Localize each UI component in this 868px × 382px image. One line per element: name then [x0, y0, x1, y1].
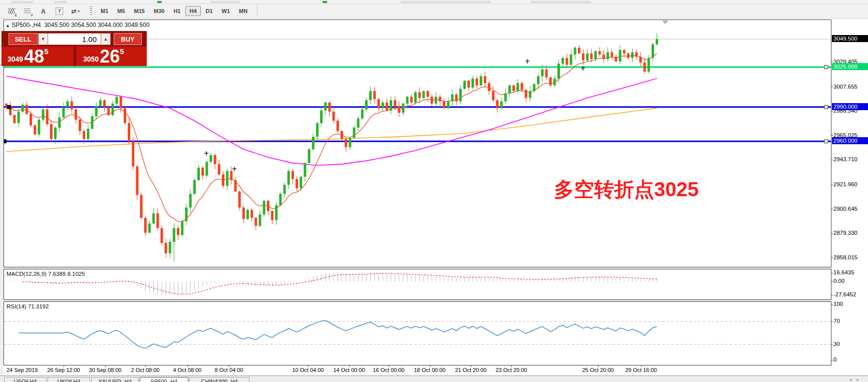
- price-tick-label: 2858.015: [833, 254, 857, 260]
- macd-tick-label: 16.6435: [833, 269, 854, 275]
- date-label: 16 Oct 00:00: [373, 367, 405, 373]
- text-box-icon[interactable]: T: [52, 5, 67, 18]
- drawing-tools-group: EFAT⇄▾: [3, 5, 83, 18]
- toolbar-fragment: [531, 1, 591, 3]
- macd-label: MACD(12,26,9) 7.6389 8.1025: [7, 271, 85, 277]
- toolbar-fragment-green: [157, 1, 162, 3]
- text-label-icon[interactable]: A: [36, 5, 51, 18]
- rsi-tick: [831, 344, 833, 344]
- grid-icon[interactable]: F: [20, 5, 35, 18]
- volume-input[interactable]: [48, 33, 101, 45]
- chart-symbol-header: ▴SP500-,H4 3045.500 3054.500 3044.000 30…: [7, 22, 150, 29]
- rsi-label: RSI(14) 71.3192: [7, 303, 49, 309]
- chart-annotation-text: 多空转折点3025: [554, 176, 699, 203]
- date-axis: 24 Sep 201926 Sep 12:0030 Sep 08:002 Oct…: [4, 365, 831, 374]
- volume-increase-button[interactable]: ▲: [101, 33, 111, 45]
- symbol-tab-strip: ◂ ▸ USOil,H4UKOil,H4XAUUSD-,H4SP500-,H4C…: [0, 375, 868, 382]
- price-tick: [831, 111, 833, 112]
- timeframe-h4[interactable]: H4: [185, 6, 200, 16]
- price-tick: [831, 160, 833, 160]
- price-tick-label: 2900.645: [833, 206, 857, 212]
- symbol-tab-ukoil-h4[interactable]: UKOil,H4: [48, 377, 90, 382]
- price-tick: [831, 62, 833, 62]
- volume-decrease-button[interactable]: ▼: [38, 33, 48, 45]
- toolbar: EFAT⇄▾ M1M5M15M30H1H4D1W1MN: [0, 4, 868, 19]
- tab-scroll-arrows[interactable]: ◂ ▸: [849, 377, 861, 382]
- timeframe-m5[interactable]: M5: [113, 6, 129, 16]
- ask-prefix: 3050: [83, 55, 99, 63]
- timeframe-m1[interactable]: M1: [97, 6, 112, 16]
- cursor-arrows-icon[interactable]: ⇄▾: [68, 5, 83, 18]
- timeframe-m15[interactable]: M15: [130, 6, 149, 16]
- macd-panel[interactable]: [4, 269, 831, 300]
- draw-hatch-icon[interactable]: E: [4, 5, 19, 18]
- timeframe-mn[interactable]: MN: [235, 6, 251, 16]
- date-label: 8 Oct 04:00: [215, 367, 243, 373]
- rsi-panel[interactable]: [4, 301, 831, 365]
- price-tick: [831, 233, 833, 234]
- rsi-tick-label: 100: [833, 301, 843, 307]
- clipped-toolbar-row: [0, 0, 868, 4]
- date-label: 2 Oct 08:00: [131, 367, 160, 373]
- date-label: 30 Sep 08:00: [89, 367, 121, 373]
- date-label: 29 Oct 16:00: [626, 367, 657, 373]
- price-tick: [831, 135, 833, 136]
- date-label: 21 Oct 20:00: [455, 367, 487, 373]
- price-tick-label: 2921.960: [833, 181, 857, 187]
- timeframe-d1[interactable]: D1: [202, 6, 217, 16]
- date-label: 10 Oct 04:00: [293, 367, 324, 373]
- date-label: 23 Oct 20:00: [496, 367, 527, 373]
- symbol-tab-china300-h4[interactable]: CHINA300-,H4: [189, 377, 249, 382]
- toolbar-fragment: [210, 1, 240, 3]
- buy-button[interactable]: BUY: [114, 33, 142, 45]
- price-tick-label: 3007.655: [833, 84, 857, 90]
- left-gutter: [0, 19, 4, 375]
- date-label: 18 Oct 00:00: [414, 367, 446, 373]
- hline-price-badge: 3025.000: [832, 63, 868, 70]
- date-label: 25 Oct 20:00: [583, 367, 614, 373]
- timeframe-h1[interactable]: H1: [169, 6, 184, 16]
- macd-tick: [831, 281, 833, 282]
- macd-tick-label: -27.6452: [833, 291, 856, 297]
- bid-main: 48: [24, 49, 44, 65]
- ask-price-button[interactable]: 3050 26 5: [76, 47, 147, 66]
- rsi-tick-label: 70: [833, 318, 840, 324]
- rsi-tick-label: 30: [833, 341, 840, 347]
- symbol-tab-sp500-h4[interactable]: SP500-,H4: [140, 377, 188, 382]
- ask-main: 26: [100, 49, 120, 65]
- date-label: 4 Oct 08:00: [173, 367, 202, 373]
- sell-button[interactable]: SELL: [9, 33, 38, 45]
- timeframe-m30[interactable]: M30: [150, 6, 168, 16]
- macd-tick: [831, 273, 833, 273]
- one-click-trading-widget: SELL ▼ ▲ BUY 3049 48 5 3050 26 5: [2, 31, 147, 66]
- toolbar-separator: [257, 6, 257, 17]
- toolbar-fragment: [54, 1, 67, 3]
- price-tick: [831, 209, 833, 209]
- toolbar-drag-handle[interactable]: [90, 6, 92, 16]
- mt4-terminal-window: EFAT⇄▾ M1M5M15M30H1H4D1W1MN ▴SP500-,H4 3…: [0, 0, 868, 382]
- hline-price-badge: 2990.000: [832, 103, 868, 110]
- price-tick-label: 2943.710: [833, 156, 857, 162]
- ask-pip: 5: [120, 47, 124, 56]
- bid-pip: 5: [44, 47, 48, 56]
- date-label: 26 Sep 12:00: [47, 367, 80, 373]
- bid-prefix: 3049: [8, 55, 23, 63]
- toolbar-fragment: [401, 1, 491, 3]
- symbol-tab-xauusd-h4[interactable]: XAUUSD-,H4: [91, 377, 139, 382]
- timeframe-w1[interactable]: W1: [218, 6, 234, 16]
- price-tick: [831, 87, 833, 87]
- rsi-tick-label: 0: [833, 356, 836, 362]
- macd-tick-label: 0.00: [833, 278, 844, 284]
- toolbar-fragment: [11, 1, 33, 3]
- symbol-label: SP500-,H4: [12, 22, 41, 29]
- collapse-arrow-icon[interactable]: ▴: [7, 23, 9, 28]
- toolbar-fragment-green: [323, 1, 327, 3]
- rsi-tick: [831, 321, 833, 322]
- symbol-tab-usoil-h4[interactable]: USOil,H4: [4, 377, 47, 382]
- price-tick-label: 2879.330: [833, 230, 857, 236]
- price-tick: [831, 257, 833, 258]
- hline-price-badge: 2960.000: [832, 137, 868, 144]
- macd-tick: [831, 295, 833, 295]
- bid-price-button[interactable]: 3049 48 5: [2, 47, 74, 66]
- date-label: 24 Sep 2019: [7, 367, 38, 373]
